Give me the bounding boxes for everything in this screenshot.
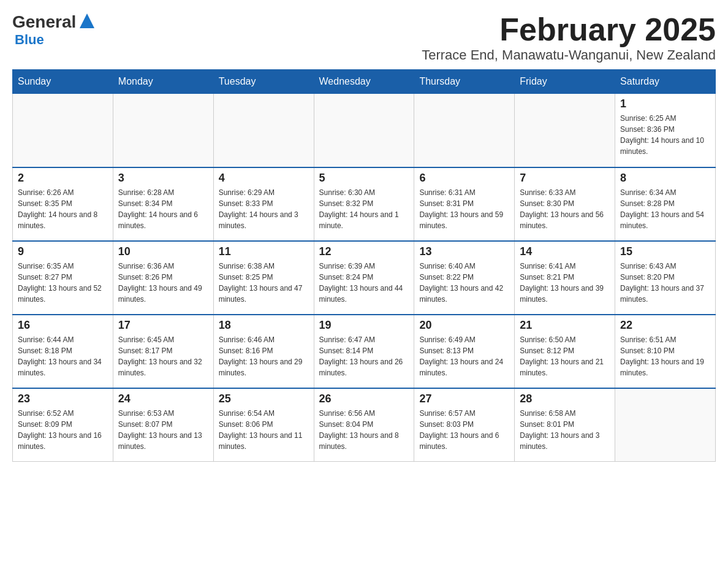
calendar-day-cell: 23Sunrise: 6:52 AMSunset: 8:09 PMDayligh… [13, 388, 113, 462]
logo-general-text: General [12, 12, 76, 32]
day-info: Sunrise: 6:47 AMSunset: 8:14 PMDaylight:… [319, 334, 409, 378]
calendar-day-cell [515, 94, 615, 167]
calendar-day-cell: 15Sunrise: 6:43 AMSunset: 8:20 PMDayligh… [615, 241, 716, 315]
day-info: Sunrise: 6:28 AMSunset: 8:34 PMDaylight:… [118, 187, 208, 231]
calendar-day-cell: 16Sunrise: 6:44 AMSunset: 8:18 PMDayligh… [13, 315, 113, 388]
calendar-table: SundayMondayTuesdayWednesdayThursdayFrid… [12, 69, 716, 462]
day-number: 10 [118, 245, 208, 258]
day-number: 7 [520, 172, 610, 185]
day-number: 6 [419, 172, 509, 185]
calendar-day-cell: 4Sunrise: 6:29 AMSunset: 8:33 PMDaylight… [213, 167, 314, 241]
day-number: 3 [118, 172, 208, 185]
calendar-day-cell: 22Sunrise: 6:51 AMSunset: 8:10 PMDayligh… [615, 315, 716, 388]
day-number: 8 [620, 172, 710, 185]
day-number: 11 [219, 245, 309, 258]
calendar-day-cell: 21Sunrise: 6:50 AMSunset: 8:12 PMDayligh… [515, 315, 615, 388]
day-number: 23 [18, 393, 108, 405]
day-info: Sunrise: 6:34 AMSunset: 8:28 PMDaylight:… [620, 187, 710, 231]
day-number: 19 [319, 319, 409, 332]
day-info: Sunrise: 6:38 AMSunset: 8:25 PMDaylight:… [219, 261, 309, 305]
day-info: Sunrise: 6:50 AMSunset: 8:12 PMDaylight:… [520, 334, 610, 378]
day-number: 4 [219, 172, 309, 185]
day-info: Sunrise: 6:35 AMSunset: 8:27 PMDaylight:… [18, 261, 108, 305]
day-number: 12 [319, 245, 409, 258]
day-info: Sunrise: 6:43 AMSunset: 8:20 PMDaylight:… [620, 261, 710, 305]
calendar-day-cell [414, 94, 515, 167]
day-number: 21 [520, 319, 610, 332]
day-number: 14 [520, 245, 610, 258]
weekday-header-tuesday: Tuesday [213, 70, 314, 94]
day-info: Sunrise: 6:54 AMSunset: 8:06 PMDaylight:… [219, 408, 309, 452]
weekday-header-thursday: Thursday [414, 70, 515, 94]
weekday-header-friday: Friday [515, 70, 615, 94]
day-number: 27 [419, 393, 509, 405]
calendar-week-row: 1Sunrise: 6:25 AMSunset: 8:36 PMDaylight… [13, 94, 716, 167]
calendar-day-cell [615, 388, 716, 462]
calendar-day-cell: 13Sunrise: 6:40 AMSunset: 8:22 PMDayligh… [414, 241, 515, 315]
calendar-day-cell: 5Sunrise: 6:30 AMSunset: 8:32 PMDaylight… [314, 167, 414, 241]
logo: General Blue [12, 12, 96, 48]
day-info: Sunrise: 6:40 AMSunset: 8:22 PMDaylight:… [419, 261, 509, 305]
day-number: 16 [18, 319, 108, 332]
calendar-day-cell: 18Sunrise: 6:46 AMSunset: 8:16 PMDayligh… [213, 315, 314, 388]
day-info: Sunrise: 6:58 AMSunset: 8:01 PMDaylight:… [520, 408, 610, 452]
calendar-day-cell: 3Sunrise: 6:28 AMSunset: 8:34 PMDaylight… [113, 167, 213, 241]
title-section: February 2025 Terrace End, Manawatu-Wang… [422, 12, 716, 63]
calendar-day-cell: 9Sunrise: 6:35 AMSunset: 8:27 PMDaylight… [13, 241, 113, 315]
day-info: Sunrise: 6:29 AMSunset: 8:33 PMDaylight:… [219, 187, 309, 231]
day-info: Sunrise: 6:53 AMSunset: 8:07 PMDaylight:… [118, 408, 208, 452]
calendar-day-cell: 27Sunrise: 6:57 AMSunset: 8:03 PMDayligh… [414, 388, 515, 462]
day-number: 13 [419, 245, 509, 258]
day-info: Sunrise: 6:31 AMSunset: 8:31 PMDaylight:… [419, 187, 509, 231]
page-header: General Blue February 2025 Terrace End, … [12, 12, 716, 63]
calendar-day-cell: 12Sunrise: 6:39 AMSunset: 8:24 PMDayligh… [314, 241, 414, 315]
calendar-day-cell: 7Sunrise: 6:33 AMSunset: 8:30 PMDaylight… [515, 167, 615, 241]
calendar-day-cell: 10Sunrise: 6:36 AMSunset: 8:26 PMDayligh… [113, 241, 213, 315]
day-info: Sunrise: 6:36 AMSunset: 8:26 PMDaylight:… [118, 261, 208, 305]
svg-marker-0 [80, 13, 94, 28]
day-number: 18 [219, 319, 309, 332]
day-number: 1 [620, 98, 710, 110]
calendar-day-cell: 11Sunrise: 6:38 AMSunset: 8:25 PMDayligh… [213, 241, 314, 315]
day-number: 26 [319, 393, 409, 405]
day-number: 9 [18, 245, 108, 258]
location-subtitle: Terrace End, Manawatu-Wanganui, New Zeal… [422, 47, 716, 63]
calendar-week-row: 9Sunrise: 6:35 AMSunset: 8:27 PMDaylight… [13, 241, 716, 315]
day-info: Sunrise: 6:33 AMSunset: 8:30 PMDaylight:… [520, 187, 610, 231]
calendar-day-cell [113, 94, 213, 167]
day-info: Sunrise: 6:30 AMSunset: 8:32 PMDaylight:… [319, 187, 409, 231]
day-number: 25 [219, 393, 309, 405]
day-number: 22 [620, 319, 710, 332]
day-info: Sunrise: 6:49 AMSunset: 8:13 PMDaylight:… [419, 334, 509, 378]
calendar-day-cell [314, 94, 414, 167]
day-number: 2 [18, 172, 108, 185]
day-info: Sunrise: 6:56 AMSunset: 8:04 PMDaylight:… [319, 408, 409, 452]
day-info: Sunrise: 6:26 AMSunset: 8:35 PMDaylight:… [18, 187, 108, 231]
calendar-day-cell: 17Sunrise: 6:45 AMSunset: 8:17 PMDayligh… [113, 315, 213, 388]
day-info: Sunrise: 6:44 AMSunset: 8:18 PMDaylight:… [18, 334, 108, 378]
day-number: 5 [319, 172, 409, 185]
logo-blue-text: Blue [15, 32, 96, 48]
calendar-day-cell: 26Sunrise: 6:56 AMSunset: 8:04 PMDayligh… [314, 388, 414, 462]
day-info: Sunrise: 6:41 AMSunset: 8:21 PMDaylight:… [520, 261, 610, 305]
day-number: 24 [118, 393, 208, 405]
calendar-day-cell: 1Sunrise: 6:25 AMSunset: 8:36 PMDaylight… [615, 94, 716, 167]
weekday-header-wednesday: Wednesday [314, 70, 414, 94]
day-number: 28 [520, 393, 610, 405]
calendar-day-cell: 20Sunrise: 6:49 AMSunset: 8:13 PMDayligh… [414, 315, 515, 388]
calendar-day-cell: 2Sunrise: 6:26 AMSunset: 8:35 PMDaylight… [13, 167, 113, 241]
calendar-week-row: 23Sunrise: 6:52 AMSunset: 8:09 PMDayligh… [13, 388, 716, 462]
calendar-header-row: SundayMondayTuesdayWednesdayThursdayFrid… [13, 70, 716, 94]
calendar-day-cell: 19Sunrise: 6:47 AMSunset: 8:14 PMDayligh… [314, 315, 414, 388]
calendar-day-cell [13, 94, 113, 167]
calendar-day-cell [213, 94, 314, 167]
calendar-day-cell: 14Sunrise: 6:41 AMSunset: 8:21 PMDayligh… [515, 241, 615, 315]
calendar-week-row: 2Sunrise: 6:26 AMSunset: 8:35 PMDaylight… [13, 167, 716, 241]
day-info: Sunrise: 6:57 AMSunset: 8:03 PMDaylight:… [419, 408, 509, 452]
calendar-day-cell: 25Sunrise: 6:54 AMSunset: 8:06 PMDayligh… [213, 388, 314, 462]
day-info: Sunrise: 6:46 AMSunset: 8:16 PMDaylight:… [219, 334, 309, 378]
day-number: 20 [419, 319, 509, 332]
day-number: 17 [118, 319, 208, 332]
weekday-header-sunday: Sunday [13, 70, 113, 94]
day-info: Sunrise: 6:51 AMSunset: 8:10 PMDaylight:… [620, 334, 710, 378]
